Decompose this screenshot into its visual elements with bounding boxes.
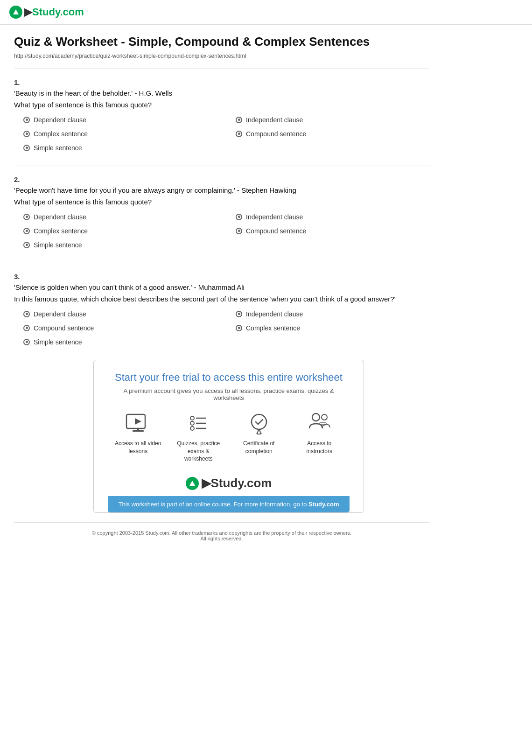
option-2-4-label: Compound sentence [246,227,306,235]
certificate-icon [246,411,272,436]
promo-logo[interactable]: ▶Study.com [186,476,272,490]
question-1-number: 1. [14,78,429,86]
question-1-options-grid: Dependent clause Independent clause Comp… [14,116,429,138]
promo-cta-link[interactable]: Study.com [308,501,339,508]
promo-feature-instructors-label: Access to instructors [296,440,343,455]
option-1-2[interactable]: Independent clause [236,116,429,124]
footer: © copyright 2003-2015 Study.com. All oth… [14,522,429,546]
svg-rect-3 [133,430,144,432]
svg-point-7 [190,421,194,425]
svg-point-5 [190,416,194,420]
radio-2-5[interactable] [23,242,30,248]
promo-cta-text: This worksheet is part of an online cour… [118,501,307,508]
option-2-2[interactable]: Independent clause [236,213,429,221]
radio-3-2[interactable] [236,311,242,317]
option-2-2-label: Independent clause [246,213,303,221]
option-3-4[interactable]: Complex sentence [236,324,429,332]
option-3-1[interactable]: Dependent clause [23,310,217,318]
question-3-quote: 'Silence is golden when you can't think … [14,283,429,291]
promo-features: Access to all video lessons Quizzes, pra… [108,411,350,463]
page-url: http://study.com/academy/practice/quiz-w… [14,53,429,59]
svg-marker-0 [13,9,19,14]
question-3-options-grid: Dependent clause Independent clause Comp… [14,310,429,332]
radio-1-4[interactable] [236,131,242,137]
promo-feature-certificate: Certificate of completion [236,411,282,463]
option-2-1-label: Dependent clause [34,213,86,221]
option-1-3[interactable]: Complex sentence [23,130,217,138]
svg-line-12 [257,429,259,434]
question-1-quote: 'Beauty is in the heart of the beholder.… [14,89,429,97]
option-1-5-label: Simple sentence [34,144,82,152]
question-2-text: What type of sentence is this famous quo… [14,198,429,206]
question-2-number: 2. [14,175,429,183]
svg-rect-17 [320,423,326,424]
promo-subtitle: A premium account gives you access to al… [108,387,350,401]
svg-marker-18 [189,481,195,486]
question-1: 1. 'Beauty is in the heart of the behold… [14,78,429,152]
promo-logo-row: ▶Study.com [108,470,350,496]
option-1-2-label: Independent clause [246,116,303,124]
svg-line-13 [259,429,261,434]
question-2: 2. 'People won't have time for you if yo… [14,175,429,249]
option-1-4[interactable]: Compound sentence [236,130,429,138]
radio-3-3[interactable] [23,325,30,331]
q1-divider [14,166,429,166]
radio-1-1[interactable] [23,117,30,123]
radio-1-5[interactable] [23,145,30,151]
radio-2-3[interactable] [23,228,30,234]
radio-3-1[interactable] [23,311,30,317]
option-3-5[interactable]: Simple sentence [23,338,429,346]
svg-point-15 [312,413,320,421]
footer-rights: All rights reserved. [14,536,429,541]
promo-logo-text: ▶Study.com [202,476,272,490]
radio-2-2[interactable] [236,214,242,220]
promo-feature-video-label: Access to all video lessons [115,440,161,455]
svg-point-16 [322,414,327,420]
radio-1-3[interactable] [23,131,30,137]
question-3: 3. 'Silence is golden when you can't thi… [14,273,429,346]
option-3-1-label: Dependent clause [34,310,86,318]
question-2-quote: 'People won't have time for you if you a… [14,186,429,194]
option-2-5[interactable]: Simple sentence [23,241,429,249]
promo-logo-icon [186,477,199,490]
option-2-3-label: Complex sentence [34,227,88,235]
list-icon [186,411,211,436]
option-1-4-label: Compound sentence [246,130,306,138]
promo-cta-bar: This worksheet is part of an online cour… [108,496,350,512]
site-logo[interactable]: ▶Study.com [9,6,523,19]
main-content: Quiz & Worksheet - Simple, Compound & Co… [0,25,443,555]
question-3-text: In this famous quote, which choice best … [14,295,429,303]
question-1-options-extra: Simple sentence [14,144,429,152]
promo-title: Start your free trial to access this ent… [108,371,350,384]
question-2-options-grid: Dependent clause Independent clause Comp… [14,213,429,235]
radio-3-5[interactable] [23,339,30,345]
option-3-2-label: Independent clause [246,310,303,318]
question-2-options-extra: Simple sentence [14,241,429,249]
radio-2-1[interactable] [23,214,30,220]
option-1-5[interactable]: Simple sentence [23,144,429,152]
option-1-1-label: Dependent clause [34,116,86,124]
video-icon [126,411,151,436]
question-1-text: What type of sentence is this famous quo… [14,101,429,109]
logo-text: ▶Study.com [24,6,84,18]
radio-1-2[interactable] [236,117,242,123]
option-3-5-label: Simple sentence [34,338,82,346]
option-2-5-label: Simple sentence [34,241,82,249]
instructors-icon [307,411,332,436]
svg-point-9 [190,427,194,430]
option-2-4[interactable]: Compound sentence [236,227,429,235]
promo-feature-video: Access to all video lessons [115,411,161,463]
option-1-1[interactable]: Dependent clause [23,116,217,124]
option-3-3-label: Compound sentence [34,324,94,332]
option-2-3[interactable]: Complex sentence [23,227,217,235]
radio-2-4[interactable] [236,228,242,234]
footer-copyright: © copyright 2003-2015 Study.com. All oth… [14,530,429,536]
option-3-2[interactable]: Independent clause [236,310,429,318]
option-3-3[interactable]: Compound sentence [23,324,217,332]
svg-rect-4 [137,428,139,430]
option-3-4-label: Complex sentence [246,324,300,332]
promo-feature-certificate-label: Certificate of completion [236,440,282,455]
question-3-number: 3. [14,273,429,280]
radio-3-4[interactable] [236,325,242,331]
option-2-1[interactable]: Dependent clause [23,213,217,221]
